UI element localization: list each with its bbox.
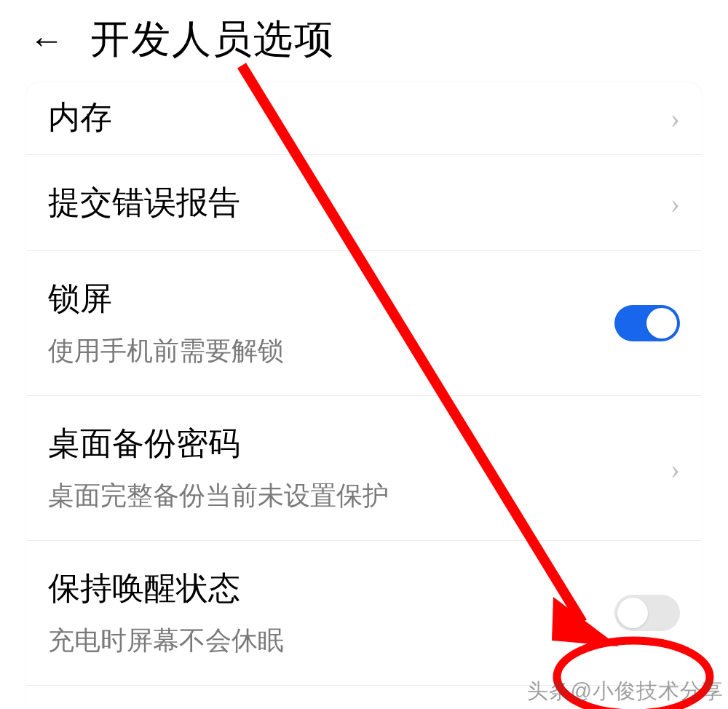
row-backup-password-desc: 桌面完整备份当前未设置保护	[48, 478, 656, 514]
row-stay-awake-label: 保持唤醒状态	[48, 567, 614, 610]
toggle-lock-screen[interactable]	[614, 305, 680, 341]
back-icon[interactable]: ←	[29, 23, 64, 58]
row-stay-awake: 保持唤醒状态 充电时屏幕不会休眠	[26, 541, 702, 686]
row-stay-awake-desc: 充电时屏幕不会休眠	[48, 623, 614, 659]
row-lock-screen-desc: 使用手机前需要解锁	[48, 333, 614, 369]
chevron-right-icon: ›	[656, 451, 680, 486]
chevron-right-icon: ›	[656, 186, 680, 220]
chevron-right-icon: ›	[656, 100, 680, 135]
row-memory-label: 内存	[48, 96, 656, 139]
settings-list: 内存 › 提交错误报告 › 锁屏 使用手机前需要解锁 桌面备份密码 桌面完整备份…	[26, 82, 702, 709]
toggle-stay-awake[interactable]	[614, 595, 680, 631]
page-header: ← 开发人员选项	[0, 0, 728, 82]
row-bug-report-label: 提交错误报告	[48, 181, 656, 224]
row-bug-report[interactable]: 提交错误报告 ›	[26, 155, 702, 251]
row-lock-screen-label: 锁屏	[48, 277, 614, 320]
row-backup-password-label: 桌面备份密码	[48, 422, 656, 465]
row-memory[interactable]: 内存 ›	[26, 82, 702, 155]
row-backup-password[interactable]: 桌面备份密码 桌面完整备份当前未设置保护 ›	[26, 396, 702, 541]
row-lock-screen: 锁屏 使用手机前需要解锁	[26, 251, 702, 396]
page-title: 开发人员选项	[90, 13, 335, 66]
watermark-text: 头条@小俊技术分享	[527, 677, 724, 706]
